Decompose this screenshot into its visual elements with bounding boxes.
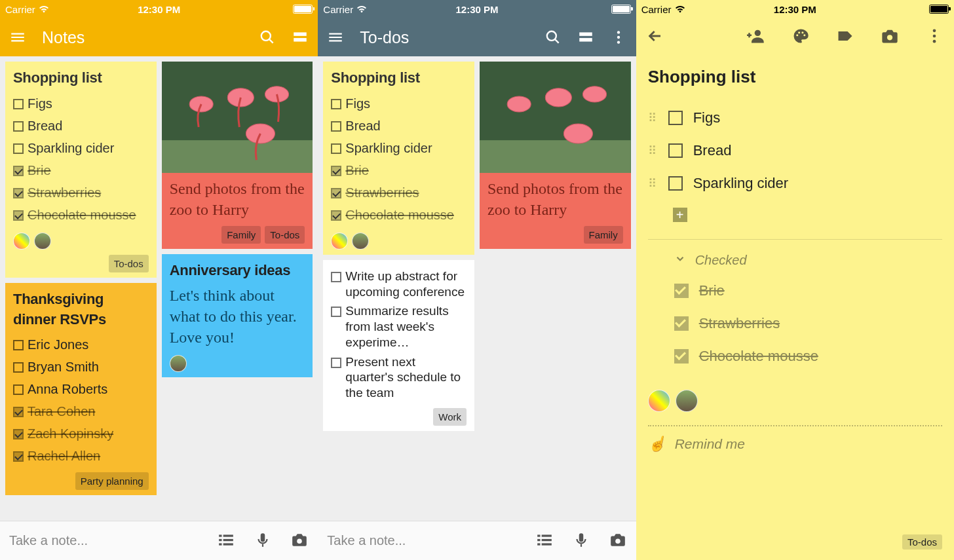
svg-rect-33 [537, 538, 540, 540]
avatar [352, 233, 369, 250]
add-item-button[interactable]: + [648, 200, 942, 230]
note-title: Shopping list [13, 68, 149, 88]
editor-toolbar [636, 18, 954, 56]
checkbox[interactable] [668, 111, 683, 125]
drag-handle-icon[interactable]: ⠿ [648, 176, 658, 191]
note-tag[interactable]: Family [221, 226, 261, 244]
svg-line-19 [555, 39, 558, 43]
hamburger-icon[interactable] [327, 29, 344, 46]
checkbox-checked[interactable] [674, 349, 689, 364]
camera-icon[interactable] [609, 531, 627, 551]
svg-rect-36 [541, 543, 551, 545]
overflow-menu-icon[interactable] [610, 29, 627, 46]
svg-line-1 [270, 39, 273, 43]
compose-bar: Take a note... [0, 521, 318, 560]
status-bar: Carrier 12:30 PM [636, 0, 954, 18]
dotted-divider [648, 425, 942, 426]
svg-rect-13 [223, 538, 233, 540]
chevron-down-icon [674, 253, 686, 268]
microphone-icon[interactable] [254, 531, 272, 551]
svg-point-17 [297, 538, 303, 544]
note-rsvps[interactable]: Thanksgiving dinner RSVPs Eric Jones Bry… [5, 283, 157, 496]
view-toggle-icon[interactable] [292, 29, 309, 46]
svg-point-47 [933, 40, 936, 43]
compose-placeholder[interactable]: Take a note... [327, 533, 516, 548]
search-icon[interactable] [259, 29, 276, 46]
svg-point-30 [563, 124, 592, 143]
view-toggle-icon[interactable] [577, 29, 594, 46]
checklist-item[interactable]: ⠿ Sparkling cider [648, 167, 942, 200]
wifi-icon [38, 4, 50, 15]
note-tag[interactable]: To-dos [109, 255, 149, 272]
palette-icon[interactable] [792, 27, 810, 48]
note-shopping-list[interactable]: Shopping list Figs Bread Sparkling cider… [323, 62, 474, 255]
note-zoo-photos[interactable]: Send photos from the zoo to Harry Family [480, 62, 631, 249]
checklist-item[interactable]: ⠿ Figs [648, 102, 942, 134]
svg-rect-11 [223, 534, 233, 536]
note-anniversary[interactable]: Anniversary ideas Let's think about what… [162, 254, 313, 377]
camera-icon[interactable] [290, 531, 309, 551]
checklist-item[interactable]: ⠿ Bread [648, 134, 942, 167]
microphone-icon[interactable] [572, 531, 590, 551]
plus-icon: + [673, 208, 687, 222]
search-icon[interactable] [544, 29, 562, 46]
note-title: Anniversary ideas [170, 261, 305, 281]
collaborator-avatars [13, 233, 149, 250]
new-list-icon[interactable] [217, 531, 235, 551]
checkbox[interactable] [668, 176, 683, 191]
overflow-menu-icon[interactable] [925, 27, 944, 48]
remind-me-button[interactable]: ☝ Remind me [648, 436, 942, 453]
compose-placeholder[interactable]: Take a note... [9, 533, 199, 548]
checked-item[interactable]: Chocolate mousse [648, 340, 942, 373]
svg-rect-35 [537, 543, 540, 545]
hamburger-icon[interactable] [9, 29, 26, 46]
checkbox[interactable] [668, 143, 683, 158]
carrier-label: Carrier [641, 4, 672, 15]
drag-handle-icon[interactable]: ⠿ [648, 111, 658, 125]
svg-rect-5 [162, 140, 313, 173]
svg-point-18 [546, 31, 556, 41]
checked-item[interactable]: Brie [648, 274, 942, 307]
note-zoo-photos[interactable]: Send photos from the zoo to Harry Family… [162, 62, 313, 249]
note-tag[interactable]: Party planning [75, 472, 149, 490]
svg-rect-32 [541, 534, 551, 536]
back-arrow-icon[interactable] [647, 27, 665, 48]
new-list-icon[interactable] [535, 531, 554, 551]
svg-point-28 [545, 88, 571, 107]
svg-point-42 [801, 31, 803, 33]
note-tag[interactable]: Family [584, 226, 623, 244]
battery-icon [293, 5, 313, 14]
checked-item[interactable]: Strawberries [648, 307, 942, 340]
note-tag[interactable]: To-dos [265, 226, 305, 244]
label-tag-icon[interactable] [836, 27, 854, 48]
svg-point-7 [227, 88, 254, 107]
note-shopping-list[interactable]: Shopping list Figs Bread Sparkling cider… [5, 62, 157, 278]
checkbox-checked[interactable] [674, 316, 689, 331]
note-body: Send photos from the zoo to Harry [170, 178, 305, 221]
svg-point-41 [798, 31, 800, 33]
avatar [170, 355, 187, 372]
note-work-tasks[interactable]: Write up abstract for upcoming conferenc… [323, 260, 474, 431]
carrier-label: Carrier [323, 4, 353, 15]
drag-handle-icon[interactable]: ⠿ [648, 143, 658, 158]
note-title: Thanksgiving dinner RSVPs [13, 289, 149, 330]
checked-section-header[interactable]: Checked [648, 249, 942, 274]
checkbox-checked[interactable] [674, 284, 689, 298]
note-tag[interactable]: To-dos [902, 534, 942, 550]
battery-icon [611, 5, 631, 14]
add-person-icon[interactable] [747, 27, 765, 48]
avatar [34, 233, 51, 250]
avatar [648, 390, 670, 412]
note-title-field[interactable]: Shopping list [648, 67, 942, 87]
camera-icon[interactable] [881, 27, 899, 48]
wifi-icon [674, 4, 686, 15]
svg-point-0 [261, 31, 271, 41]
svg-rect-26 [480, 140, 631, 173]
svg-rect-31 [537, 534, 540, 536]
app-toolbar: To-dos [318, 18, 636, 56]
note-tag[interactable]: Work [433, 408, 467, 426]
collaborator-avatars[interactable] [648, 390, 942, 412]
note-image [162, 62, 313, 173]
svg-rect-2 [294, 32, 307, 35]
svg-rect-21 [579, 38, 592, 41]
